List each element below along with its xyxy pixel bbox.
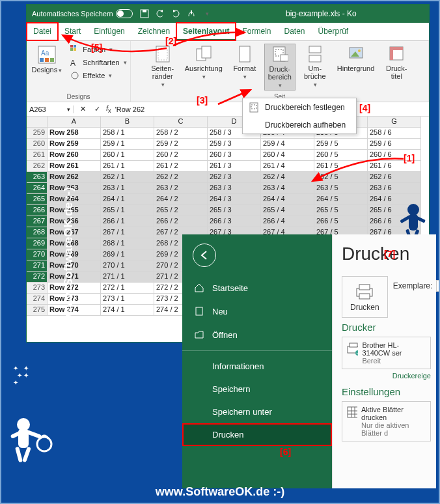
tab-einfuegen[interactable]: Einfügen bbox=[87, 23, 131, 40]
row-header-263[interactable]: 263 bbox=[27, 172, 48, 183]
cell-E260[interactable]: 259 / 4 bbox=[261, 139, 314, 150]
print-what-select[interactable]: Aktive Blätter drucken Nur die aktiven B… bbox=[342, 401, 431, 441]
tab-zeichnen[interactable]: Zeichnen bbox=[131, 23, 176, 40]
copies-input[interactable] bbox=[436, 280, 440, 292]
tab-ueberpruefen[interactable]: Überprüf bbox=[312, 23, 355, 40]
cell-B266[interactable]: 265 / 1 bbox=[101, 205, 154, 216]
cell-C267[interactable]: 266 / 2 bbox=[154, 216, 208, 227]
row-header-262[interactable]: 262 bbox=[27, 161, 48, 172]
cell-B267[interactable]: 266 / 1 bbox=[101, 216, 154, 227]
tab-daten[interactable]: Daten bbox=[277, 23, 311, 40]
tab-datei[interactable]: Datei bbox=[27, 23, 58, 40]
cell-F262[interactable]: 261 / 5 bbox=[314, 161, 368, 172]
cancel-icon[interactable]: ✕ bbox=[77, 104, 88, 115]
bs-informationen[interactable]: Informationen bbox=[182, 355, 332, 378]
row-header-261[interactable]: 261 bbox=[27, 150, 48, 161]
touch-icon[interactable] bbox=[186, 8, 197, 19]
cell-C259[interactable]: 258 / 2 bbox=[154, 128, 208, 139]
cell-G260[interactable]: 259 / 6 bbox=[368, 139, 421, 150]
hintergrund-button[interactable]: Hintergrund bbox=[335, 44, 377, 74]
druckbereich-aufheben-item[interactable]: Druckbereich aufheben bbox=[243, 117, 356, 133]
cell-B265[interactable]: 264 / 1 bbox=[101, 194, 154, 205]
formula-text[interactable]: 'Row 262 bbox=[115, 105, 145, 113]
cell-C262[interactable]: 261 / 2 bbox=[154, 161, 208, 172]
cell-A259[interactable]: Row 258 bbox=[48, 128, 101, 139]
cell-E263[interactable]: 262 / 4 bbox=[261, 172, 314, 183]
designs-button[interactable]: Aa Designs bbox=[29, 44, 65, 75]
cell-F263[interactable]: 262 / 5 bbox=[314, 172, 368, 183]
format-button[interactable]: Format bbox=[229, 44, 260, 81]
cell-B259[interactable]: 258 / 1 bbox=[101, 128, 154, 139]
cell-B273[interactable]: 272 / 1 bbox=[101, 283, 154, 294]
printer-properties-link[interactable]: Druckereige bbox=[342, 372, 431, 380]
cell-E267[interactable]: 266 / 4 bbox=[261, 216, 314, 227]
printer-select[interactable]: Brother HL-3140CW ser Bereit bbox=[342, 337, 431, 369]
cell-A261[interactable]: Row 260 bbox=[48, 150, 101, 161]
cell-F266[interactable]: 265 / 5 bbox=[314, 205, 368, 216]
cell-D265[interactable]: 264 / 3 bbox=[208, 194, 261, 205]
cell-B263[interactable]: 262 / 1 bbox=[101, 172, 154, 183]
cell-B270[interactable]: 269 / 1 bbox=[101, 249, 154, 260]
enter-icon[interactable]: ✓ bbox=[92, 104, 102, 115]
effekte-button[interactable]: Effekte bbox=[68, 70, 128, 81]
bs-drucken[interactable]: Drucken bbox=[182, 423, 332, 446]
cell-D263[interactable]: 262 / 3 bbox=[208, 172, 261, 183]
qat-more-icon[interactable] bbox=[202, 8, 212, 19]
row-header-275[interactable]: 275 bbox=[27, 305, 48, 316]
cell-C266[interactable]: 265 / 2 bbox=[154, 205, 208, 216]
cell-D267[interactable]: 266 / 3 bbox=[208, 216, 261, 227]
autosave-toggle-icon[interactable] bbox=[116, 9, 133, 18]
cell-D266[interactable]: 265 / 3 bbox=[208, 205, 261, 216]
cell-G264[interactable]: 263 / 6 bbox=[368, 183, 421, 194]
cell-F265[interactable]: 264 / 5 bbox=[314, 194, 368, 205]
farben-button[interactable]: Farben bbox=[68, 44, 128, 55]
cell-C261[interactable]: 260 / 2 bbox=[154, 150, 208, 161]
cell-F260[interactable]: 259 / 5 bbox=[314, 139, 368, 150]
druckbereich-festlegen-item[interactable]: Druckbereich festlegen bbox=[243, 98, 356, 117]
row-header-274[interactable]: 274 bbox=[27, 294, 48, 305]
backstage-back-button[interactable] bbox=[193, 244, 216, 267]
autosave-toggle-group[interactable]: Automatisches Speichern bbox=[32, 9, 133, 18]
fx-icon[interactable]: fx bbox=[106, 104, 111, 114]
row-header-265[interactable]: 265 bbox=[27, 194, 48, 205]
save-icon[interactable] bbox=[139, 8, 150, 19]
cell-A263[interactable]: Row 262 bbox=[48, 172, 101, 183]
bs-speichern-unter[interactable]: Speichern unter bbox=[182, 400, 332, 423]
row-header-259[interactable]: 259 bbox=[27, 128, 48, 139]
cell-G262[interactable]: 261 / 6 bbox=[368, 161, 421, 172]
name-box[interactable]: A263▾ bbox=[27, 105, 74, 113]
row-header-266[interactable]: 266 bbox=[27, 205, 48, 216]
cell-B271[interactable]: 270 / 1 bbox=[101, 260, 154, 272]
print-button[interactable]: Drucken bbox=[342, 276, 388, 318]
cell-D262[interactable]: 261 / 3 bbox=[208, 161, 261, 172]
tab-seitenlayout[interactable]: Seitenlayout bbox=[176, 23, 236, 40]
umbrueche-button[interactable]: Um- brüche bbox=[299, 44, 331, 89]
bs-startseite[interactable]: Startseite bbox=[182, 276, 332, 300]
bs-oeffnen[interactable]: Öffnen bbox=[182, 323, 332, 346]
row-header-269[interactable]: 269 bbox=[27, 238, 48, 249]
cell-E266[interactable]: 265 / 4 bbox=[261, 205, 314, 216]
cell-C265[interactable]: 264 / 2 bbox=[154, 194, 208, 205]
column-header-G[interactable]: G bbox=[368, 117, 421, 128]
cell-A262[interactable]: Row 261 bbox=[48, 161, 101, 172]
row-header-264[interactable]: 264 bbox=[27, 183, 48, 194]
row-header-272[interactable]: 272 bbox=[27, 272, 48, 283]
cell-B272[interactable]: 271 / 1 bbox=[101, 272, 154, 283]
column-header-A[interactable]: A bbox=[48, 117, 101, 128]
cell-B260[interactable]: 259 / 1 bbox=[101, 139, 154, 150]
cell-B269[interactable]: 268 / 1 bbox=[101, 238, 154, 249]
cell-F261[interactable]: 260 / 5 bbox=[314, 150, 368, 161]
schriftarten-button[interactable]: A Schriftarten bbox=[68, 57, 128, 68]
cell-D264[interactable]: 263 / 3 bbox=[208, 183, 261, 194]
select-all-corner[interactable] bbox=[27, 117, 48, 128]
row-header-260[interactable]: 260 bbox=[27, 139, 48, 150]
cell-C263[interactable]: 262 / 2 bbox=[154, 172, 208, 183]
row-header-273[interactable]: 273 bbox=[27, 283, 48, 294]
row-header-271[interactable]: 271 bbox=[27, 260, 48, 272]
bs-neu[interactable]: Neu bbox=[182, 300, 332, 323]
cell-E264[interactable]: 263 / 4 bbox=[261, 183, 314, 194]
row-header-268[interactable]: 268 bbox=[27, 227, 48, 238]
bs-speichern[interactable]: Speichern bbox=[182, 378, 332, 400]
cell-B261[interactable]: 260 / 1 bbox=[101, 150, 154, 161]
undo-icon[interactable] bbox=[155, 8, 165, 19]
